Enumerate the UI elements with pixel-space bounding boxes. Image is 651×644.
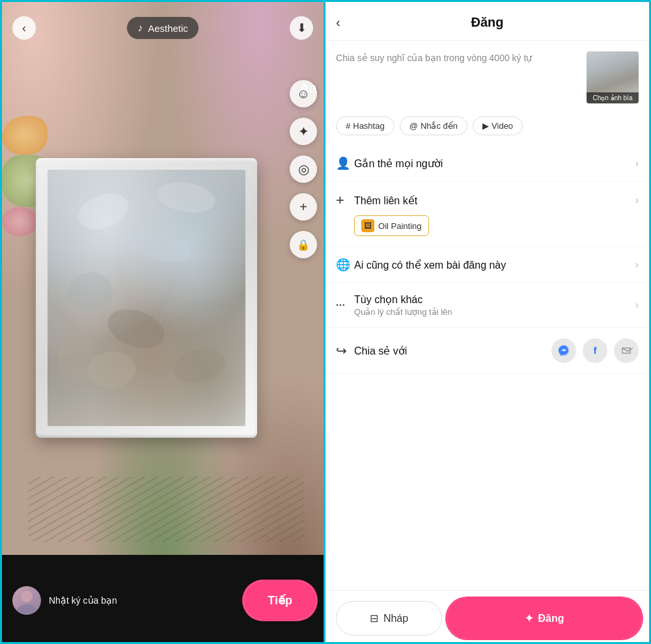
visibility-chevron: › xyxy=(635,259,639,271)
draft-icon: ⊟ xyxy=(370,612,378,624)
messenger-button[interactable] xyxy=(551,338,576,363)
download-button[interactable]: ⬇ xyxy=(290,16,313,40)
photo-frame-container xyxy=(21,60,271,535)
paint-stroke xyxy=(155,178,217,217)
right-panel: ‹ Đăng Chia sẻ suy nghĩ của bạn trong vò… xyxy=(326,2,649,644)
right-tools: ☺ ✦ ◎ + 🔒 xyxy=(290,80,317,258)
message-button[interactable] xyxy=(614,338,639,363)
share-row: ↪ Chia sẻ với f xyxy=(326,328,649,374)
draft-button[interactable]: ⊟ Nháp xyxy=(336,601,442,636)
next-button[interactable]: Tiếp xyxy=(247,584,313,617)
paint-stroke xyxy=(124,226,194,268)
right-top-bar: ‹ Đăng xyxy=(326,2,649,41)
video-button[interactable]: ▶ Video xyxy=(473,116,523,135)
caption-area: Chia sẻ suy nghĩ của bạn trong vòng 4000… xyxy=(326,41,649,114)
add-link-chevron: › xyxy=(635,195,639,206)
tag-row: # Hashtag @ Nhắc đến ▶ Video xyxy=(326,114,649,146)
more-options-subtitle: Quản lý chất lượng tải lên xyxy=(354,307,635,317)
right-title: Đăng xyxy=(471,15,504,30)
add-link-item[interactable]: + Thêm liên kết › 🖼 Oil Painting xyxy=(326,181,649,247)
oil-icon: 🖼 xyxy=(361,219,374,232)
hashtag-button[interactable]: # Hashtag xyxy=(336,116,395,135)
bottom-actions: ⊟ Nháp ✦ Đăng xyxy=(326,590,649,644)
share-label: Chia sẻ với xyxy=(354,345,551,357)
sparkle-tool-button[interactable]: ✦ xyxy=(290,118,317,145)
more-options-content: Tùy chọn khác Quản lý chất lượng tải lên xyxy=(354,293,635,317)
video-icon: ▶ xyxy=(482,121,489,131)
more-options-icon: ··· xyxy=(336,300,354,310)
draft-label: Nháp xyxy=(383,613,408,624)
left-panel: ‹ ♪ Aesthetic ⬇ Aa ☺ ✦ ◎ + xyxy=(2,2,326,644)
video-label: Video xyxy=(492,121,513,131)
lock-tool-button[interactable]: 🔒 xyxy=(290,231,317,258)
bottom-bar: Nhật ký của bạn Tiếp xyxy=(2,555,324,644)
facebook-button[interactable]: f xyxy=(583,338,607,363)
tag-people-chevron: › xyxy=(635,157,639,169)
caption-placeholder[interactable]: Chia sẻ suy nghĩ của bạn trong vòng 4000… xyxy=(336,51,579,103)
oil-painting-tag[interactable]: 🖼 Oil Painting xyxy=(354,215,428,236)
hashtag-icon: # xyxy=(346,121,350,131)
add-link-icon: + xyxy=(336,192,354,209)
oil-painting-label: Oil Painting xyxy=(378,221,421,231)
mention-icon: @ xyxy=(409,121,418,131)
visibility-item[interactable]: 🌐 Ai cũng có thể xem bài đăng này › xyxy=(326,247,649,283)
top-bar: ‹ ♪ Aesthetic ⬇ xyxy=(2,2,324,54)
diary-label: Nhật ký của bạn xyxy=(49,595,239,606)
filter-tool-button[interactable]: ◎ xyxy=(290,155,317,183)
tag-people-content: Gắn thẻ mọi người xyxy=(354,157,635,170)
paint-stroke xyxy=(171,343,229,388)
add-link-title: Thêm liên kết xyxy=(354,195,635,207)
share-apps: f xyxy=(551,338,639,363)
avatar xyxy=(12,586,41,615)
mention-button[interactable]: @ Nhắc đến xyxy=(400,116,467,135)
more-options-chevron: › xyxy=(635,299,639,311)
paint-stroke xyxy=(64,269,116,315)
mention-label: Nhắc đến xyxy=(421,121,458,131)
svg-point-0 xyxy=(21,591,33,602)
share-icon: ↪ xyxy=(336,343,354,358)
post-button[interactable]: ✦ Đăng xyxy=(450,601,639,636)
back-button[interactable]: ‹ xyxy=(12,16,36,40)
music-title: Aesthetic xyxy=(148,23,188,34)
post-icon: ✦ xyxy=(525,612,533,624)
photo-frame xyxy=(36,158,257,438)
more-options-item[interactable]: ··· Tùy chọn khác Quản lý chất lượng tải… xyxy=(326,283,649,328)
oil-painting-area: 🖼 Oil Painting xyxy=(336,211,428,236)
menu-items: 👤 Gắn thẻ mọi người › + Thêm liên kết › … xyxy=(326,146,649,590)
right-back-button[interactable]: ‹ xyxy=(336,15,340,30)
cover-thumbnail[interactable]: Chọn ảnh bìa xyxy=(587,51,639,103)
svg-point-1 xyxy=(17,604,36,615)
svg-text:f: f xyxy=(594,345,597,356)
add-link-content: Thêm liên kết xyxy=(354,195,635,207)
cover-label: Chọn ảnh bìa xyxy=(587,92,639,103)
paint-stroke xyxy=(73,187,133,235)
add-tool-button[interactable]: + xyxy=(290,193,317,221)
more-options-title: Tùy chọn khác xyxy=(354,293,635,306)
visibility-content: Ai cũng có thể xem bài đăng này xyxy=(354,259,635,271)
paint-stroke xyxy=(102,302,169,355)
emoji-tool-button[interactable]: ☺ xyxy=(290,80,317,107)
tag-people-title: Gắn thẻ mọi người xyxy=(354,157,635,170)
post-label: Đăng xyxy=(538,613,564,624)
hashtag-label: Hashtag xyxy=(353,121,384,131)
photo-content xyxy=(48,170,245,426)
visibility-icon: 🌐 xyxy=(336,258,354,272)
add-link-row: + Thêm liên kết › xyxy=(336,192,639,209)
music-icon: ♪ xyxy=(137,22,143,34)
tag-people-item[interactable]: 👤 Gắn thẻ mọi người › xyxy=(326,146,649,181)
music-pill[interactable]: ♪ Aesthetic xyxy=(127,17,199,39)
visibility-title: Ai cũng có thể xem bài đăng này xyxy=(354,259,635,271)
tag-people-icon: 👤 xyxy=(336,156,354,170)
